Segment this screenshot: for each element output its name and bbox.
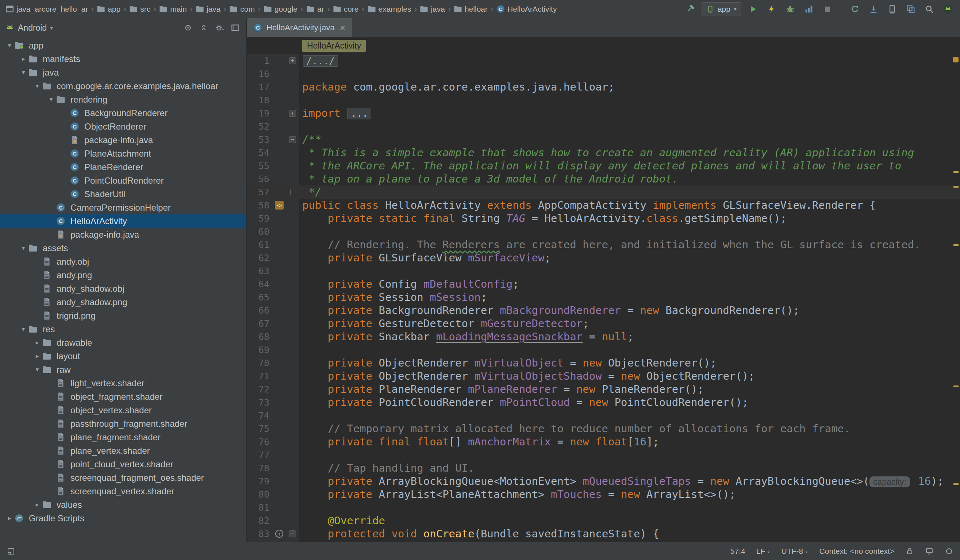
tree-item-screenquad-fragment-oes-shader[interactable]: screenquad_fragment_oes.shader	[0, 471, 246, 485]
code-line-69[interactable]: 69	[247, 343, 960, 356]
breadcrumb-item-helloar[interactable]: helloar	[452, 4, 490, 14]
profiler-button[interactable]	[802, 2, 816, 16]
breadcrumb-current-element[interactable]: HelloArActivity	[302, 40, 366, 52]
code-line-66[interactable]: 66 private BackgroundRenderer mBackgroun…	[247, 304, 960, 317]
context-widget[interactable]: Context: <no context>	[819, 547, 894, 556]
chevron-collapsed-icon[interactable]: ▸	[32, 501, 42, 509]
breadcrumb-item-main[interactable]: main	[157, 4, 189, 14]
tree-item-planeattachment[interactable]: CPlaneAttachment	[0, 147, 246, 160]
warning-stripe-mark[interactable]	[954, 483, 958, 485]
breadcrumb-item-google[interactable]: google	[262, 4, 299, 14]
warning-stripe-mark[interactable]	[954, 171, 958, 173]
overrides-icon[interactable]: ↑	[275, 530, 283, 538]
tree-item-camerapermissionhelper[interactable]: CCameraPermissionHelper	[0, 201, 246, 214]
chevron-expanded-icon[interactable]: ▾	[46, 96, 56, 103]
code-line-63[interactable]: 63	[247, 264, 960, 277]
background-tasks-indicator[interactable]	[945, 547, 954, 556]
tree-item-layout[interactable]: ▸layout	[0, 349, 246, 363]
code-line-72[interactable]: 72 private PlaneRenderer mPlaneRenderer …	[247, 382, 960, 396]
code-line-53[interactable]: 53−/**	[247, 133, 960, 146]
search-everywhere-button[interactable]	[922, 2, 936, 16]
hide-panel-button[interactable]	[229, 22, 241, 34]
tree-item-trigrid-png[interactable]: trigrid.png	[0, 309, 246, 322]
caret-position-widget[interactable]: 57:4	[730, 547, 746, 556]
assistant-avatar[interactable]	[941, 2, 955, 16]
tree-item-com-google-ar-core-examples-java-helloar[interactable]: ▾com.google.ar.core.examples.java.helloa…	[0, 79, 246, 93]
breadcrumb-item-ar[interactable]: ar	[304, 4, 326, 14]
inspections-status-icon[interactable]	[953, 57, 958, 62]
chevron-expanded-icon[interactable]: ▾	[32, 366, 42, 373]
code-line-76[interactable]: 76 private final float[] mAnchorMatrix =…	[247, 435, 960, 448]
tab-close-icon[interactable]: ×	[340, 23, 345, 32]
tree-item-passthrough-fragment-shader[interactable]: passthrough_fragment.shader	[0, 417, 246, 430]
code-line-61[interactable]: 61 // Rendering. The Renderers are creat…	[247, 238, 960, 251]
tree-item-drawable[interactable]: ▸drawable	[0, 336, 246, 349]
tree-item-backgroundrenderer[interactable]: CBackgroundRenderer	[0, 106, 246, 120]
code-line-78[interactable]: 78 // Tap handling and UI.	[247, 461, 960, 475]
code-line-80[interactable]: 80 private ArrayList<PlaneAttachment> mT…	[247, 488, 960, 501]
editor-tab-helloaractivity[interactable]: C HelloArActivity.java ×	[247, 18, 352, 37]
tree-item-java[interactable]: ▾java	[0, 66, 246, 79]
tree-item-object-fragment-shader[interactable]: object_fragment.shader	[0, 390, 246, 403]
fold-expanded-icon[interactable]: −	[289, 136, 296, 143]
code-line-60[interactable]: 60	[247, 225, 960, 238]
code-line-58[interactable]: 58<>public class HelloArActivity extends…	[247, 198, 960, 212]
breadcrumb-item-java[interactable]: java	[418, 4, 447, 14]
layout-inspector-button[interactable]	[904, 2, 918, 16]
run-config-selector[interactable]: app ▾	[702, 2, 741, 16]
tree-item-values[interactable]: ▸values	[0, 498, 246, 512]
tree-item-rendering[interactable]: ▾rendering	[0, 93, 246, 106]
tree-item-package-info-java[interactable]: package-info.java	[0, 228, 246, 241]
tree-item-screenquad-vertex-shader[interactable]: screenquad_vertex.shader	[0, 485, 246, 498]
tree-item-andy-obj[interactable]: andy.obj	[0, 255, 246, 268]
fold-expanded-icon[interactable]: −	[289, 530, 296, 538]
encoding-widget[interactable]: UTF-8÷	[781, 547, 808, 556]
code-line-71[interactable]: 71 private ObjectRenderer mVirtualObject…	[247, 370, 960, 382]
tree-item-andy-png[interactable]: andy.png	[0, 268, 246, 282]
class-gutter-marker-icon[interactable]: <>	[275, 201, 284, 210]
breadcrumb-item-java-arcore-hello-ar[interactable]: java_arcore_hello_ar	[4, 4, 90, 14]
fold-end-icon[interactable]	[290, 189, 294, 195]
code-line-79[interactable]: 79 private ArrayBlockingQueue<MotionEven…	[247, 475, 960, 488]
tree-item-res[interactable]: ▾res	[0, 322, 246, 336]
tree-item-pointcloudrenderer[interactable]: CPointCloudRenderer	[0, 174, 246, 187]
code-line-16[interactable]: 16	[247, 67, 960, 80]
tree-item-light-vertex-shader[interactable]: light_vertex.shader	[0, 376, 246, 390]
stop-button[interactable]	[821, 2, 834, 16]
code-line-56[interactable]: 56 * tap on a plane to place a 3d model …	[247, 172, 960, 186]
tree-item-gradle-scripts[interactable]: ▸Gradle Scripts	[0, 512, 246, 525]
tree-item-plane-vertex-shader[interactable]: plane_vertex.shader	[0, 444, 246, 458]
code-line-74[interactable]: 74	[247, 409, 960, 422]
tree-item-andy-shadow-obj[interactable]: andy_shadow.obj	[0, 282, 246, 295]
tree-item-point-cloud-vertex-shader[interactable]: point_cloud_vertex.shader	[0, 458, 246, 471]
toolwindow-toggle-button[interactable]	[6, 547, 15, 556]
editor-scroll-markers[interactable]	[952, 54, 960, 542]
chevron-expanded-icon[interactable]: ▾	[32, 82, 42, 90]
code-line-67[interactable]: 67 private GestureDetector mGestureDetec…	[247, 317, 960, 330]
code-line-19[interactable]: 19+import ...	[247, 107, 960, 120]
project-view-selector[interactable]: Android	[18, 23, 47, 33]
fold-collapsed-icon[interactable]: +	[289, 57, 296, 64]
sync-project-button[interactable]	[848, 2, 862, 16]
fold-collapsed-icon[interactable]: +	[289, 110, 296, 117]
build-button[interactable]	[683, 2, 697, 16]
readonly-lock-toggle[interactable]	[905, 547, 914, 556]
chevron-expanded-icon[interactable]: ▾	[18, 244, 29, 252]
code-line-82[interactable]: 82 @Override	[247, 514, 960, 527]
tree-item-object-vertex-shader[interactable]: object_vertex.shader	[0, 403, 246, 417]
chevron-collapsed-icon[interactable]: ▸	[32, 352, 42, 360]
code-line-73[interactable]: 73 private PointCloudRenderer mPointClou…	[247, 396, 960, 409]
tree-item-shaderutil[interactable]: CShaderUtil	[0, 187, 246, 201]
code-line-57[interactable]: 57 */	[247, 186, 960, 198]
breadcrumb-item-examples[interactable]: examples	[366, 4, 413, 14]
chevron-collapsed-icon[interactable]: ▸	[4, 514, 14, 522]
line-separator-widget[interactable]: LF÷	[756, 547, 771, 556]
warning-stripe-mark[interactable]	[954, 244, 958, 246]
tree-item-package-info-java[interactable]: package-info.java	[0, 133, 246, 147]
code-line-54[interactable]: 54 * This is a simple example that shows…	[247, 146, 960, 159]
breadcrumb-item-src[interactable]: src	[127, 4, 152, 14]
locate-file-button[interactable]	[182, 22, 194, 34]
chevron-collapsed-icon[interactable]: ▸	[18, 55, 29, 63]
collapse-all-button[interactable]	[197, 22, 210, 34]
tree-item-andy-shadow-png[interactable]: andy_shadow.png	[0, 295, 246, 309]
